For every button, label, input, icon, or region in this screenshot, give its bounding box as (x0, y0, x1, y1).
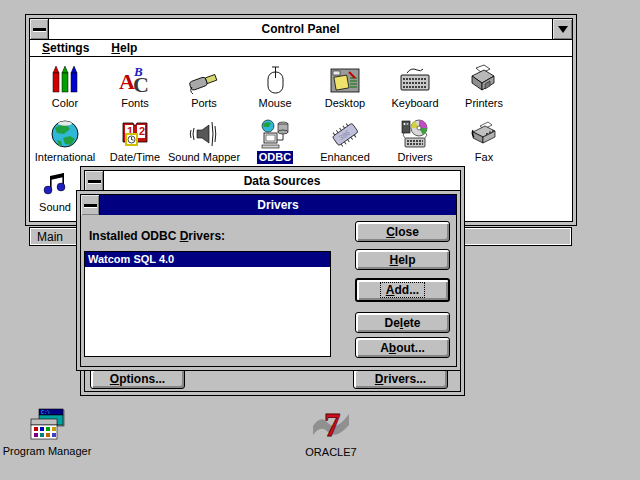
installed-drivers-listbox[interactable]: Watcom SQL 4.0 (84, 251, 331, 357)
system-menu-icon (33, 28, 46, 31)
oracle7-label: ORACLE7 (305, 446, 356, 458)
cpl-icon-international[interactable]: International (32, 118, 98, 164)
data-sources-titlebar[interactable]: Data Sources (85, 171, 460, 191)
cpl-icon-drivers[interactable]: Drivers (382, 118, 448, 164)
program-manager-label: Program Manager (3, 445, 92, 457)
oracle7-icon: 7 (311, 404, 351, 444)
cpl-icon-desktop[interactable]: Desktop (312, 64, 378, 110)
svg-text:C: C (133, 72, 149, 96)
svg-text:2: 2 (139, 125, 145, 137)
drivers-titlebar[interactable]: Drivers (81, 195, 456, 215)
system-menu-button[interactable] (81, 195, 100, 215)
ports-icon (188, 64, 220, 96)
main-group-window-title: Main (37, 230, 63, 244)
options-button[interactable]: Options... (90, 368, 185, 389)
cpl-icon-mouse[interactable]: Mouse (242, 64, 308, 110)
fonts-icon: A B C (119, 64, 151, 96)
mouse-icon (259, 64, 291, 96)
odbc-icon (259, 118, 291, 150)
about-button[interactable]: About... (355, 337, 450, 358)
svg-text:7: 7 (324, 407, 341, 443)
help-button[interactable]: Help (355, 249, 450, 270)
cpl-icon-fax[interactable]: Fax (451, 118, 517, 164)
sound-icon (39, 168, 71, 200)
cpl-icon-enhanced[interactable]: 386 Enhanced (312, 118, 378, 164)
menu-bar: Settings Help (30, 39, 572, 57)
selected-icon-label: ODBC (257, 151, 293, 164)
cpl-icon-fonts[interactable]: A B C Fonts (102, 64, 168, 110)
window-title: Control Panel (49, 19, 552, 39)
printers-icon (468, 64, 500, 96)
sound-mapper-icon (188, 118, 220, 150)
color-icon (49, 64, 81, 96)
cpl-icon-odbc[interactable]: ODBC (242, 118, 308, 164)
minimize-button[interactable] (552, 19, 572, 39)
cpl-icon-color[interactable]: Color (32, 64, 98, 110)
cpl-icon-sound-mapper[interactable]: Sound Mapper (171, 118, 237, 164)
cpl-icon-ports[interactable]: Ports (171, 64, 237, 110)
cpl-icon-datetime[interactable]: 1 2 Date/Time (102, 118, 168, 164)
drivers-dialog: Drivers Installed ODBC Drivers: Watcom S… (76, 190, 461, 371)
drivers-icon (399, 118, 431, 150)
desktop-icon (329, 64, 361, 96)
program-manager-icon: C:\ (29, 407, 65, 443)
system-menu-button[interactable] (85, 171, 104, 191)
oracle7-desktop-icon[interactable]: 7 ORACLE7 (285, 404, 377, 458)
menu-help[interactable]: Help (111, 41, 137, 55)
dialog-title: Drivers (100, 195, 456, 215)
add-button[interactable]: Add... (355, 278, 450, 302)
control-panel-titlebar[interactable]: Control Panel (30, 19, 572, 39)
close-button[interactable]: Close (355, 221, 450, 242)
system-menu-icon (84, 204, 97, 207)
cpl-icon-keyboard[interactable]: Keyboard (382, 64, 448, 110)
international-icon (49, 118, 81, 150)
system-menu-icon (88, 180, 101, 183)
program-manager-desktop-icon[interactable]: C:\ Program Manager (1, 407, 93, 457)
drivers-button[interactable]: Drivers... (353, 368, 448, 389)
drivers-body: Installed ODBC Drivers: Watcom SQL 4.0 C… (81, 215, 456, 366)
menu-settings[interactable]: Settings (42, 41, 89, 55)
fax-icon (468, 118, 500, 150)
minimize-arrow-icon (558, 26, 568, 33)
datetime-icon: 1 2 (119, 118, 151, 150)
dialog-title: Data Sources (104, 171, 460, 191)
cpl-icon-printers[interactable]: Printers (451, 64, 517, 110)
list-item-selected[interactable]: Watcom SQL 4.0 (85, 252, 330, 267)
installed-drivers-label: Installed ODBC Drivers: (89, 229, 225, 243)
delete-button[interactable]: Delete (355, 312, 450, 333)
enhanced-icon: 386 (329, 118, 361, 150)
system-menu-button[interactable] (30, 19, 49, 39)
keyboard-icon (399, 64, 431, 96)
